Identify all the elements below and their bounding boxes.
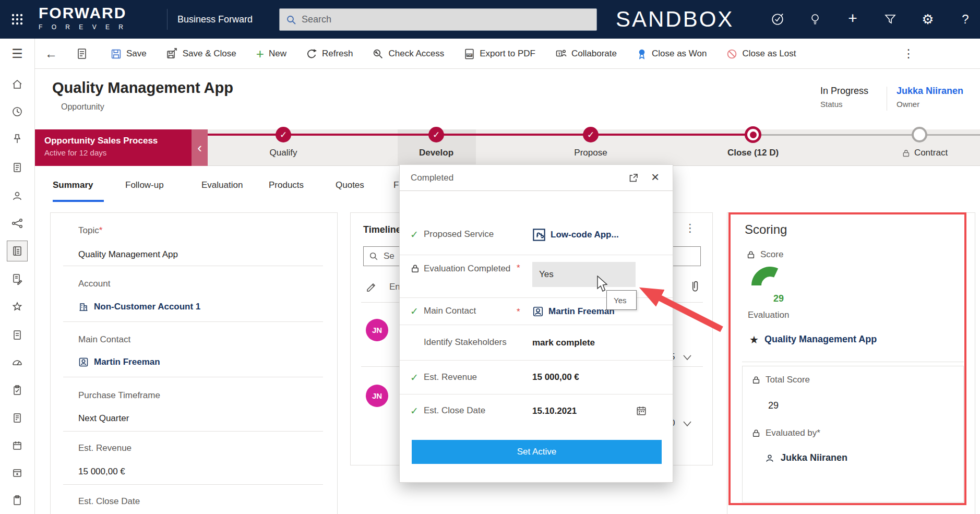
field-main-contact-label: Main Contact [78,334,130,345]
search-input[interactable] [302,14,590,25]
home-icon[interactable] [7,74,28,95]
total-score-label: Total Score [751,375,810,385]
bpf-process-duration: Active for 12 days [44,148,192,157]
owner-label: Owner [897,100,963,109]
timeline-more-icon[interactable]: ⋮ [685,222,696,234]
evaluation-completed-value[interactable]: Yes [532,262,636,287]
top-navbar: FORWARD F O R E V E R Business Forward S… [0,0,980,39]
star-icon[interactable] [7,296,28,317]
stage-contract[interactable]: Contract [902,148,948,158]
settings-gear-icon[interactable]: ⚙ [919,10,937,28]
stage-propose-check-icon[interactable]: ✓ [583,127,599,142]
export-to-pdf-button[interactable]: PDF Export to PDF [464,39,535,69]
refresh-button[interactable]: Refresh [306,39,353,69]
help-icon[interactable]: ? [957,10,974,28]
flyout-row-proposed-service: ✓ Proposed Service Low-code App... [400,214,673,255]
opportunities-icon-selected[interactable] [7,241,28,261]
tab-summary[interactable]: Summary [53,180,93,190]
timeline-compose-row[interactable]: En [365,281,400,293]
evaluated-by-value[interactable]: Jukka Niiranen [764,452,847,463]
save-button[interactable]: Save [111,39,147,69]
scoring-card: Scoring Score 29 Evaluation ★ Quality Ma… [727,212,975,514]
tab-products[interactable]: Products [269,180,304,190]
connections-icon[interactable] [7,213,28,234]
est-revenue-value[interactable]: 15 000,00 € [532,372,579,382]
stage-develop-check-icon[interactable]: ✓ [428,127,444,142]
calendar-icon[interactable] [7,435,28,456]
field-topic-label: Topic* [78,225,102,236]
contacts-icon[interactable] [7,185,28,206]
agenda-icon[interactable] [7,157,28,178]
paperclip-icon[interactable] [688,280,701,294]
chevron-down-icon[interactable] [680,419,694,428]
svg-text:T: T [558,52,561,56]
check-access-button[interactable]: Check Access [373,39,444,69]
stage-flyout: Completed × ✓ Proposed Service Low-code … [399,164,673,483]
summary-form-card: Topic* Quality Management App Account No… [50,212,338,514]
navbar-divider [167,9,168,30]
proposed-service-value[interactable]: Low-code App... [532,228,662,242]
waffle-menu-icon[interactable] [5,11,29,27]
evaluated-by-label: Evaluated by* [751,428,820,438]
close-icon[interactable]: × [651,169,659,185]
clipboard-icon[interactable] [7,490,28,511]
step-check-icon: ✓ [410,372,424,384]
set-active-button[interactable]: Set Active [412,440,662,464]
more-commands-icon[interactable]: ⋮ [900,45,917,62]
est-close-date-value[interactable]: 15.10.2021 [532,406,577,416]
flyout-title: Completed [411,173,453,183]
stage-close-active-icon[interactable] [745,126,761,143]
field-purchase-timeframe-value[interactable]: Next Quarter [78,413,129,424]
notes-icon[interactable] [7,325,28,345]
timeline-search-placeholder: Se [384,251,395,261]
close-as-won-button[interactable]: Close as Won [637,39,707,69]
quick-create-plus-icon[interactable]: + [844,9,862,27]
bpf-collapse-chevron[interactable]: ‹ [192,129,208,166]
sign-document-icon[interactable] [7,269,28,290]
field-topic-value[interactable]: Quality Management App [78,249,178,260]
plus-icon: + [256,49,264,59]
filter-icon[interactable] [881,10,899,28]
stage-close-label[interactable]: Close (12 D) [727,148,779,158]
evaluation-lookup[interactable]: ★ Quality Management App [749,334,877,345]
stage-contract-circle-icon[interactable] [912,127,927,142]
tab-quotes[interactable]: Quotes [336,180,364,190]
advisor-check-icon[interactable] [769,10,786,28]
main-contact-value[interactable]: Martin Freeman [532,306,662,317]
timeline-title: Timeline [363,224,401,235]
sitemap-hamburger-icon[interactable]: ☰ [7,43,28,64]
identify-stakeholders-value[interactable]: mark complete [532,338,595,348]
new-button[interactable]: + New [256,39,286,69]
lock-icon [751,375,761,385]
field-est-revenue-value[interactable]: 15 000,00 € [78,467,125,477]
pin-icon[interactable] [7,129,28,150]
stage-qualify-label[interactable]: Qualify [270,148,297,158]
global-search[interactable] [279,8,597,31]
chevron-down-icon[interactable] [680,353,694,362]
invoice-icon[interactable] [7,408,28,428]
tab-evaluation[interactable]: Evaluation [201,180,243,190]
clipboard-check-icon[interactable] [7,380,28,401]
save-and-close-button[interactable]: Save & Close [166,39,236,69]
back-button[interactable]: ← [43,45,59,62]
collaborate-button[interactable]: T Collaborate [555,39,617,69]
form-selector-icon[interactable] [76,47,88,60]
tab-follow-up[interactable]: Follow-up [125,180,164,190]
stage-propose-label[interactable]: Propose [574,148,607,158]
gauge-icon[interactable] [7,352,28,373]
field-account-value[interactable]: Non-Customer Account 1 [78,302,200,312]
stage-develop-label[interactable]: Develop [419,148,453,158]
app-window: FORWARD F O R E V E R Business Forward S… [0,0,980,514]
popout-icon[interactable] [628,173,639,183]
lightbulb-icon[interactable] [806,10,824,28]
recent-clock-icon[interactable] [7,101,28,122]
calendar-plus-icon[interactable] [7,462,28,483]
stage-contract-label: Contract [914,148,948,158]
puzzle-icon [532,228,546,242]
close-as-lost-button[interactable]: Close as Lost [726,39,796,69]
stage-qualify-check-icon[interactable]: ✓ [276,127,291,142]
owner-link[interactable]: Jukka Niiranen [897,86,963,97]
scoring-title: Scoring [745,222,787,237]
field-main-contact-value[interactable]: Martin Freeman [78,357,160,367]
calendar-icon[interactable] [636,405,647,416]
